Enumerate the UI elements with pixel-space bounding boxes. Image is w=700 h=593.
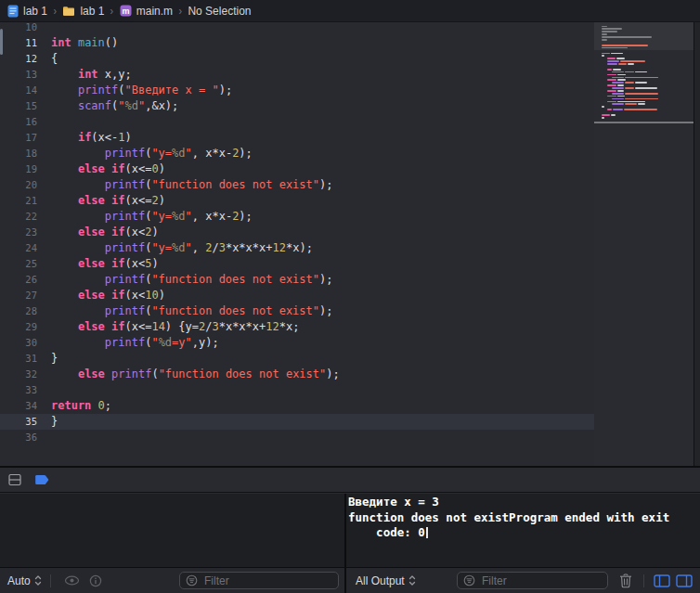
code-text: printf("function does not exist"); [51,177,332,193]
code-line[interactable]: 23 else if(x<2) [0,225,594,240]
code-text: return 0; [51,398,111,414]
code-text: else if(x<=14) {y=2/3*x*x*x+12*x; [51,319,299,335]
code-line[interactable]: 28 printf("function does not exist"); [0,303,594,319]
line-number[interactable]: 31 [0,351,37,367]
line-number[interactable]: 30 [0,335,37,351]
breadcrumb-item-group[interactable]: lab 1 [62,5,104,18]
code-line[interactable]: 15 scanf("%d",&x); [0,98,594,114]
line-number[interactable]: 21 [0,193,37,209]
breadcrumb-item-project[interactable]: lab 1 [7,5,47,18]
code-line[interactable]: 22 printf("y=%d", x*x-2); [0,209,594,225]
code-line[interactable]: 16 [0,114,594,130]
line-number[interactable]: 25 [0,256,37,272]
line-number[interactable]: 17 [0,130,37,146]
footer-separator [50,574,51,587]
code-line[interactable]: 30 printf("%d=y",y); [0,335,594,351]
clear-console-button[interactable] [619,574,632,588]
console-line: function does not existProgram ended wit… [348,510,700,526]
variables-view[interactable] [0,494,344,567]
code-line[interactable]: 33 [0,382,594,398]
code-text: int x,y; [51,67,132,83]
console-pane[interactable]: Введите x = 3function does not existProg… [346,494,700,567]
code-line[interactable]: 34return 0; [0,398,594,414]
code-line[interactable]: 26 printf("function does not exist"); [0,272,594,288]
code-line[interactable]: 17 if(x<-1) [0,130,594,146]
line-number[interactable]: 16 [0,114,37,130]
console-filter-field[interactable] [457,572,608,589]
code-text: int main() [51,35,118,51]
code-line[interactable]: 27 else if(x<10) [0,288,594,303]
breadcrumb-item-file[interactable]: m main.m [120,5,173,18]
eye-icon [64,575,80,586]
code-line[interactable]: 11int main() [0,35,594,51]
line-number[interactable]: 23 [0,225,37,240]
line-number[interactable]: 32 [0,367,37,382]
breadcrumb-item-selection[interactable]: No Selection [188,5,251,18]
code-line[interactable]: 25 else if(x<5) [0,256,594,272]
code-line[interactable]: 32 else printf("function does not exist"… [0,367,594,382]
line-number[interactable]: 13 [0,67,37,83]
code-text: scanf("%d",&x); [51,98,178,114]
code-line[interactable]: 14 printf("Введите x = "); [0,83,594,98]
line-number[interactable]: 35 [0,414,37,430]
line-number[interactable]: 11 [0,35,37,51]
line-number[interactable]: 27 [0,288,37,303]
variables-filter-field[interactable] [179,572,339,589]
breadcrumb-label: lab 1 [80,5,104,18]
console-line: code: 0 [348,525,700,541]
project-file-icon [7,5,19,18]
line-number[interactable]: 29 [0,319,37,335]
minimap-lines [602,25,690,122]
line-number[interactable]: 22 [0,209,37,225]
variables-scope-popup[interactable]: Auto [7,574,42,587]
variables-filter-input[interactable] [202,574,332,588]
code-line[interactable]: 36 [0,430,594,445]
code-line[interactable]: 10 [0,22,594,35]
line-number[interactable]: 26 [0,272,37,288]
code-line[interactable]: 29 else if(x<=14) {y=2/3*x*x*x+12*x; [0,319,594,335]
breadcrumb: lab 1 › lab 1 › m main.m › No Selection [0,0,700,22]
code-line[interactable]: 35} [0,414,594,430]
line-number[interactable]: 14 [0,83,37,98]
line-number[interactable]: 36 [0,430,37,445]
panel-right-icon [676,574,693,587]
code-text: else if(x<=2) [51,193,165,209]
code-line[interactable]: 20 printf("function does not exist"); [0,177,594,193]
debug-toolbar [0,468,700,493]
code-line[interactable]: 31} [0,351,594,367]
breakpoints-toggle-button[interactable] [34,474,50,485]
show-variables-view-button[interactable] [654,574,670,587]
print-description-button[interactable] [89,574,102,587]
line-number[interactable]: 19 [0,161,37,177]
code-editor[interactable]: 1011int main()12{13 int x,y;14 printf("В… [0,22,595,466]
code-text: { [51,51,58,67]
line-number[interactable]: 20 [0,177,37,193]
code-line[interactable]: 12{ [0,51,594,67]
line-number[interactable]: 10 [0,22,37,35]
code-line[interactable]: 21 else if(x<=2) [0,193,594,209]
hide-debug-area-button[interactable] [8,473,21,486]
trash-icon [619,574,632,588]
minimap[interactable] [594,22,694,466]
code-line[interactable]: 13 int x,y; [0,67,594,83]
code-text: printf("y=%d", x*x-2); [51,146,253,161]
console-output-popup[interactable]: All Output [356,574,416,587]
code-text: printf("y=%d", 2/3*x*x*x+12*x); [51,240,313,256]
code-text: printf("function does not exist"); [51,272,332,288]
line-number[interactable]: 12 [0,51,37,67]
line-number[interactable]: 28 [0,303,37,319]
code-line[interactable]: 18 printf("y=%d", x*x-2); [0,146,594,161]
line-number[interactable]: 15 [0,98,37,114]
code-line[interactable]: 19 else if(x<=0) [0,161,594,177]
debug-area-toggle-icon [8,473,21,486]
console-filter-input[interactable] [480,574,602,588]
console-output: Введите x = 3function does not existProg… [346,494,700,541]
code-line[interactable]: 24 printf("y=%d", 2/3*x*x*x+12*x); [0,240,594,256]
line-number[interactable]: 34 [0,398,37,414]
line-number[interactable]: 18 [0,146,37,161]
quicklook-button[interactable] [64,575,80,586]
show-console-view-button[interactable] [676,574,693,587]
line-number[interactable]: 24 [0,240,37,256]
code-text: printf("y=%d", x*x-2); [51,209,253,225]
line-number[interactable]: 33 [0,382,37,398]
